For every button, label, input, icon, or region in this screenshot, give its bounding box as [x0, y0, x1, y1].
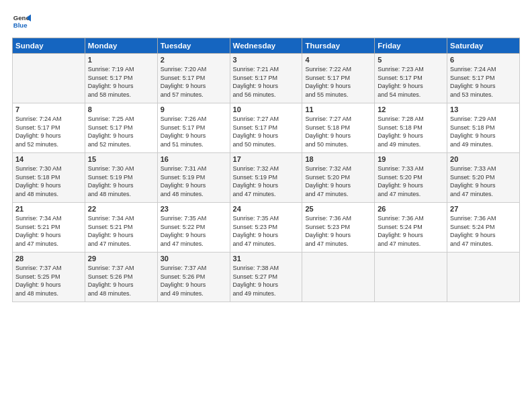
- day-info: Sunrise: 7:23 AM Sunset: 5:17 PM Dayligh…: [378, 65, 444, 99]
- calendar-cell: 20Sunrise: 7:33 AM Sunset: 5:20 PM Dayli…: [447, 153, 520, 203]
- logo: General Blue: [12, 12, 31, 31]
- day-info: Sunrise: 7:38 AM Sunset: 5:27 PM Dayligh…: [233, 264, 300, 298]
- day-number: 22: [88, 205, 154, 213]
- day-number: 30: [161, 255, 227, 263]
- week-row-2: 7Sunrise: 7:24 AM Sunset: 5:17 PM Daylig…: [13, 103, 520, 153]
- day-number: 31: [233, 255, 300, 263]
- calendar-cell: 19Sunrise: 7:33 AM Sunset: 5:20 PM Dayli…: [375, 153, 447, 203]
- col-wednesday: Wednesday: [230, 38, 302, 54]
- calendar-cell: 28Sunrise: 7:37 AM Sunset: 5:25 PM Dayli…: [13, 253, 85, 302]
- day-number: 10: [233, 105, 300, 113]
- day-info: Sunrise: 7:31 AM Sunset: 5:19 PM Dayligh…: [161, 165, 227, 198]
- calendar-cell: 22Sunrise: 7:34 AM Sunset: 5:21 PM Dayli…: [85, 203, 157, 253]
- day-number: 4: [305, 56, 371, 64]
- calendar-cell: 12Sunrise: 7:28 AM Sunset: 5:18 PM Dayli…: [375, 103, 447, 153]
- day-info: Sunrise: 7:24 AM Sunset: 5:17 PM Dayligh…: [15, 115, 82, 148]
- calendar-cell: 8Sunrise: 7:25 AM Sunset: 5:17 PM Daylig…: [85, 103, 157, 153]
- day-info: Sunrise: 7:32 AM Sunset: 5:19 PM Dayligh…: [233, 165, 300, 198]
- col-tuesday: Tuesday: [157, 38, 230, 54]
- calendar-cell: [13, 54, 85, 103]
- day-number: 7: [15, 105, 82, 113]
- day-number: 29: [88, 255, 154, 263]
- calendar-table: Sunday Monday Tuesday Wednesday Thursday…: [12, 38, 520, 302]
- day-info: Sunrise: 7:36 AM Sunset: 5:24 PM Dayligh…: [450, 214, 517, 248]
- week-row-1: 1Sunrise: 7:19 AM Sunset: 5:17 PM Daylig…: [13, 54, 520, 103]
- calendar-cell: 24Sunrise: 7:35 AM Sunset: 5:23 PM Dayli…: [230, 203, 302, 253]
- calendar-cell: 1Sunrise: 7:19 AM Sunset: 5:17 PM Daylig…: [85, 54, 157, 103]
- day-info: Sunrise: 7:35 AM Sunset: 5:23 PM Dayligh…: [233, 214, 300, 248]
- day-info: Sunrise: 7:21 AM Sunset: 5:17 PM Dayligh…: [233, 65, 300, 99]
- day-info: Sunrise: 7:22 AM Sunset: 5:17 PM Dayligh…: [305, 65, 371, 99]
- day-number: 23: [161, 205, 227, 213]
- col-sunday: Sunday: [13, 38, 85, 54]
- day-info: Sunrise: 7:37 AM Sunset: 5:25 PM Dayligh…: [15, 264, 82, 298]
- day-number: 15: [88, 155, 154, 163]
- logo-icon: General Blue: [12, 12, 31, 31]
- day-info: Sunrise: 7:29 AM Sunset: 5:18 PM Dayligh…: [450, 115, 517, 148]
- week-row-5: 28Sunrise: 7:37 AM Sunset: 5:25 PM Dayli…: [13, 253, 520, 302]
- day-number: 28: [15, 255, 82, 263]
- calendar-cell: 7Sunrise: 7:24 AM Sunset: 5:17 PM Daylig…: [13, 103, 85, 153]
- day-info: Sunrise: 7:25 AM Sunset: 5:17 PM Dayligh…: [88, 115, 154, 148]
- day-info: Sunrise: 7:33 AM Sunset: 5:20 PM Dayligh…: [378, 165, 444, 198]
- calendar-cell: 29Sunrise: 7:37 AM Sunset: 5:26 PM Dayli…: [85, 253, 157, 302]
- col-thursday: Thursday: [302, 38, 375, 54]
- calendar-cell: 9Sunrise: 7:26 AM Sunset: 5:17 PM Daylig…: [157, 103, 230, 153]
- calendar-cell: 27Sunrise: 7:36 AM Sunset: 5:24 PM Dayli…: [447, 203, 520, 253]
- header-row: Sunday Monday Tuesday Wednesday Thursday…: [13, 38, 520, 54]
- day-number: 2: [161, 56, 227, 64]
- calendar-cell: 23Sunrise: 7:35 AM Sunset: 5:22 PM Dayli…: [157, 203, 230, 253]
- page: General Blue Sunday Monday Tuesday Wedne…: [0, 0, 532, 411]
- calendar-cell: 16Sunrise: 7:31 AM Sunset: 5:19 PM Dayli…: [157, 153, 230, 203]
- day-info: Sunrise: 7:30 AM Sunset: 5:19 PM Dayligh…: [88, 165, 154, 198]
- col-saturday: Saturday: [447, 38, 520, 54]
- calendar-cell: 17Sunrise: 7:32 AM Sunset: 5:19 PM Dayli…: [230, 153, 302, 203]
- day-number: 1: [88, 56, 154, 64]
- calendar-cell: 4Sunrise: 7:22 AM Sunset: 5:17 PM Daylig…: [302, 54, 375, 103]
- day-info: Sunrise: 7:30 AM Sunset: 5:18 PM Dayligh…: [15, 165, 82, 198]
- header: General Blue: [12, 12, 520, 31]
- week-row-3: 14Sunrise: 7:30 AM Sunset: 5:18 PM Dayli…: [13, 153, 520, 203]
- day-info: Sunrise: 7:35 AM Sunset: 5:22 PM Dayligh…: [161, 214, 227, 248]
- day-info: Sunrise: 7:19 AM Sunset: 5:17 PM Dayligh…: [88, 65, 154, 99]
- week-row-4: 21Sunrise: 7:34 AM Sunset: 5:21 PM Dayli…: [13, 203, 520, 253]
- day-number: 26: [378, 205, 444, 213]
- day-info: Sunrise: 7:37 AM Sunset: 5:26 PM Dayligh…: [88, 264, 154, 298]
- calendar-cell: [447, 253, 520, 302]
- calendar-cell: 13Sunrise: 7:29 AM Sunset: 5:18 PM Dayli…: [447, 103, 520, 153]
- day-number: 24: [233, 205, 300, 213]
- day-info: Sunrise: 7:28 AM Sunset: 5:18 PM Dayligh…: [378, 115, 444, 148]
- day-info: Sunrise: 7:20 AM Sunset: 5:17 PM Dayligh…: [161, 65, 227, 99]
- day-info: Sunrise: 7:33 AM Sunset: 5:20 PM Dayligh…: [450, 165, 517, 198]
- calendar-cell: [375, 253, 447, 302]
- calendar-cell: 21Sunrise: 7:34 AM Sunset: 5:21 PM Dayli…: [13, 203, 85, 253]
- day-number: 5: [378, 56, 444, 64]
- day-number: 18: [305, 155, 371, 163]
- day-info: Sunrise: 7:27 AM Sunset: 5:18 PM Dayligh…: [305, 115, 371, 148]
- day-info: Sunrise: 7:37 AM Sunset: 5:26 PM Dayligh…: [161, 264, 227, 298]
- calendar-body: 1Sunrise: 7:19 AM Sunset: 5:17 PM Daylig…: [13, 54, 520, 302]
- calendar-cell: 31Sunrise: 7:38 AM Sunset: 5:27 PM Dayli…: [230, 253, 302, 302]
- calendar-cell: 3Sunrise: 7:21 AM Sunset: 5:17 PM Daylig…: [230, 54, 302, 103]
- calendar-cell: 30Sunrise: 7:37 AM Sunset: 5:26 PM Dayli…: [157, 253, 230, 302]
- day-number: 27: [450, 205, 517, 213]
- day-number: 13: [450, 105, 517, 113]
- day-info: Sunrise: 7:32 AM Sunset: 5:20 PM Dayligh…: [305, 165, 371, 198]
- col-friday: Friday: [375, 38, 447, 54]
- day-number: 11: [305, 105, 371, 113]
- day-info: Sunrise: 7:27 AM Sunset: 5:17 PM Dayligh…: [233, 115, 300, 148]
- day-number: 3: [233, 56, 300, 64]
- day-number: 20: [450, 155, 517, 163]
- col-monday: Monday: [85, 38, 157, 54]
- day-info: Sunrise: 7:34 AM Sunset: 5:21 PM Dayligh…: [88, 214, 154, 248]
- calendar-cell: 15Sunrise: 7:30 AM Sunset: 5:19 PM Dayli…: [85, 153, 157, 203]
- day-info: Sunrise: 7:34 AM Sunset: 5:21 PM Dayligh…: [15, 214, 82, 248]
- day-number: 17: [233, 155, 300, 163]
- calendar-cell: 14Sunrise: 7:30 AM Sunset: 5:18 PM Dayli…: [13, 153, 85, 203]
- day-info: Sunrise: 7:26 AM Sunset: 5:17 PM Dayligh…: [161, 115, 227, 148]
- day-number: 8: [88, 105, 154, 113]
- day-info: Sunrise: 7:36 AM Sunset: 5:23 PM Dayligh…: [305, 214, 371, 248]
- calendar-cell: [302, 253, 375, 302]
- calendar-cell: 2Sunrise: 7:20 AM Sunset: 5:17 PM Daylig…: [157, 54, 230, 103]
- day-info: Sunrise: 7:24 AM Sunset: 5:17 PM Dayligh…: [450, 65, 517, 99]
